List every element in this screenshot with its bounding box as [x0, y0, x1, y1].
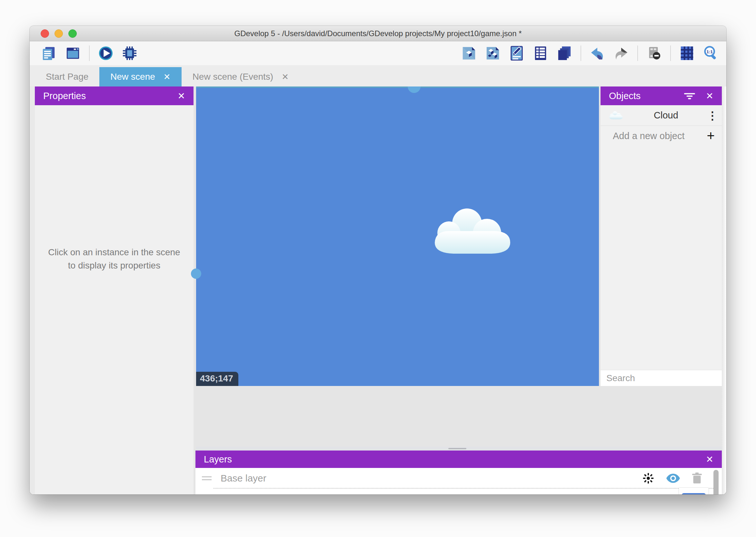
- redo-icon: [614, 46, 628, 61]
- window-title: GDevelop 5 - /Users/david/Documents/GDev…: [234, 29, 521, 38]
- background-color-picker[interactable]: [679, 487, 709, 494]
- objects-search-bar: [601, 370, 722, 386]
- undo-icon: [590, 46, 605, 61]
- close-icon[interactable]: ✕: [706, 91, 713, 101]
- redo-button[interactable]: [614, 46, 629, 61]
- mask-remove-icon: [647, 46, 662, 61]
- main-toolbar: 1:1: [30, 41, 726, 65]
- plus-icon: +: [707, 129, 715, 143]
- layers-stack-icon: [557, 46, 572, 61]
- svg-text:1:1: 1:1: [706, 49, 713, 54]
- close-icon[interactable]: ✕: [706, 454, 713, 465]
- tab-new-scene-events[interactable]: New scene (Events) ✕: [182, 67, 300, 87]
- add-object-label: Add a new object: [608, 131, 707, 141]
- close-tab-icon[interactable]: ✕: [282, 72, 289, 82]
- tab-bar: Start Page New scene ✕ New scene (Events…: [30, 65, 726, 87]
- debug-button[interactable]: [122, 46, 137, 61]
- cloud-sprite-icon: [429, 207, 516, 258]
- search-input[interactable]: [606, 373, 723, 383]
- tab-label: New scene (Events): [193, 72, 274, 82]
- close-window-button[interactable]: [41, 29, 49, 38]
- objects-panel-header: Objects ✕: [601, 87, 722, 105]
- add-new-object-button[interactable]: Add a new object +: [601, 126, 722, 146]
- drag-handle-icon[interactable]: [202, 476, 211, 480]
- scene-window-icon: [65, 46, 80, 61]
- layer-name-field[interactable]: Base layer: [221, 473, 715, 484]
- layer-name-field[interactable]: Background color: [221, 493, 715, 494]
- tab-new-scene[interactable]: New scene ✕: [99, 67, 181, 87]
- editor-content: Properties ✕ Click on an instance in the…: [30, 87, 726, 494]
- layers-scrollbar[interactable]: [713, 470, 719, 494]
- eye-icon: [666, 474, 680, 483]
- project-manager-icon: [42, 46, 57, 61]
- object-name: Cloud: [625, 110, 707, 121]
- play-icon: [98, 46, 113, 61]
- start-page-button[interactable]: [65, 46, 81, 61]
- panel-resize-handle-left[interactable]: [191, 268, 201, 279]
- tab-label: Start Page: [46, 72, 88, 82]
- filter-objects-button[interactable]: [684, 92, 695, 100]
- cloud-instance[interactable]: [429, 207, 516, 260]
- filter-icon: [684, 92, 695, 100]
- minimize-window-button[interactable]: [55, 29, 63, 38]
- objects-panel-title: Objects: [609, 91, 641, 101]
- edit-scene-properties-button[interactable]: [509, 46, 524, 61]
- trash-icon: [692, 473, 702, 484]
- cloud-thumbnail-icon: [607, 111, 625, 120]
- layers-panel-header: Layers ✕: [196, 450, 722, 468]
- object-row-cloud[interactable]: Cloud ⋮: [601, 105, 722, 126]
- preview-button[interactable]: [98, 46, 114, 61]
- debugger-chip-icon: [122, 46, 137, 61]
- properties-empty-message: Click on an instance in the scene to dis…: [35, 246, 194, 272]
- scene-canvas[interactable]: 436;147: [196, 87, 599, 386]
- tab-label: New scene: [110, 72, 155, 82]
- toggle-grid-button[interactable]: [679, 46, 695, 61]
- toolbar-separator: [637, 46, 638, 61]
- layers-panel-button[interactable]: [557, 46, 572, 61]
- properties-panel-title: Properties: [43, 91, 86, 101]
- layer-row-base[interactable]: Base layer: [196, 468, 722, 489]
- canvas-top-edge: [196, 87, 599, 88]
- background-color-swatch: [682, 493, 706, 494]
- layer-lighting-button[interactable]: [642, 473, 654, 484]
- properties-panel-header: Properties ✕: [35, 87, 194, 105]
- zoom-original-button[interactable]: 1:1: [703, 46, 719, 61]
- zoom-1-1-icon: 1:1: [703, 46, 718, 61]
- cursor-coordinates-badge: 436;147: [196, 372, 238, 386]
- layers-panel-title: Layers: [204, 454, 232, 465]
- right-edge-strip: [722, 87, 726, 494]
- edit-properties-icon: [509, 46, 524, 61]
- toolbar-separator: [670, 46, 671, 61]
- objects-group-icon: [485, 46, 500, 61]
- instances-list-button[interactable]: [533, 46, 548, 61]
- lighting-icon: [642, 473, 654, 484]
- close-icon[interactable]: ✕: [178, 91, 185, 101]
- horizontal-scrollbar[interactable]: [448, 448, 466, 449]
- left-edge-strip: [30, 87, 35, 494]
- layer-delete-button[interactable]: [692, 473, 702, 484]
- tab-start-page[interactable]: Start Page: [35, 67, 99, 87]
- instances-list-icon: [533, 46, 548, 61]
- zoom-window-button[interactable]: [68, 29, 77, 38]
- project-manager-button[interactable]: [41, 46, 57, 61]
- grid-icon: [680, 46, 695, 61]
- objects-groups-button[interactable]: [485, 46, 501, 61]
- layers-list: Base layer: [196, 468, 722, 494]
- objects-panel: Objects ✕: [601, 87, 722, 386]
- titlebar: GDevelop 5 - /Users/david/Documents/GDev…: [30, 26, 726, 41]
- canvas-bottom-strip: [196, 447, 722, 450]
- gdevelop-window: GDevelop 5 - /Users/david/Documents/GDev…: [30, 26, 726, 494]
- layers-panel: Layers ✕ Base layer: [196, 450, 722, 494]
- layer-row-background-color[interactable]: Background color: [196, 489, 722, 494]
- toolbar-separator: [581, 46, 581, 61]
- object-document-icon: [462, 46, 476, 61]
- traffic-lights: [41, 29, 77, 38]
- panel-resize-handle-top[interactable]: [408, 87, 421, 93]
- object-doc-button[interactable]: [461, 46, 477, 61]
- close-tab-icon[interactable]: ✕: [164, 72, 170, 82]
- toolbar-separator: [89, 46, 90, 61]
- undo-button[interactable]: [589, 46, 605, 61]
- toggle-mask-button[interactable]: [646, 46, 662, 61]
- object-more-menu-icon[interactable]: ⋮: [707, 109, 715, 122]
- layer-visibility-button[interactable]: [666, 474, 680, 483]
